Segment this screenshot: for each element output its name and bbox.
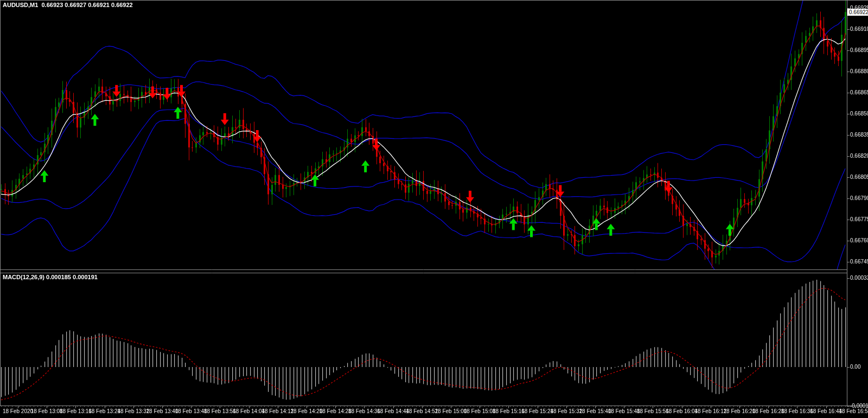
time-axis-label: 18 Feb 16:44 — [810, 408, 842, 415]
time-axis-label: 18 Feb 15:32 — [550, 408, 582, 415]
time-axis-label: 18 Feb 16:12 — [694, 408, 726, 415]
time-axis-label: 18 Feb 13:40 — [146, 408, 178, 415]
price-axis-tick-label: 0.66790 — [850, 195, 868, 202]
price-axis-tick-label: 0.66820 — [850, 153, 868, 159]
current-price-tag: 0.66922 — [847, 9, 868, 16]
macd-axis-tick-label: 0.000335 — [850, 275, 868, 281]
price-axis-tick-label: 0.66880 — [850, 68, 868, 75]
time-axis-label: 18 Feb 13:24 — [88, 408, 120, 415]
time-axis-label: 18 Feb 13:56 — [204, 408, 236, 415]
price-axis-tick-label: 0.66910 — [850, 26, 868, 33]
time-axis-label: 18 Feb 14:12 — [261, 408, 293, 415]
time-axis-label: 18 Feb 14:36 — [348, 408, 380, 415]
time-axis-label: 18 Feb 16:20 — [724, 408, 756, 415]
price-axis-tick-label: 0.66865 — [850, 89, 868, 96]
chart-canvas[interactable] — [0, 0, 868, 418]
time-axis-label: 18 Feb 16:28 — [752, 408, 784, 415]
time-axis-label: 18 Feb 16:36 — [781, 408, 813, 415]
price-axis-tick-label: 0.66835 — [850, 132, 868, 138]
time-axis-label: 18 Feb 14:04 — [233, 408, 265, 415]
time-axis-label: 18 Feb 13:08 — [31, 408, 63, 415]
time-axis-label: 18 Feb 13:48 — [175, 408, 207, 415]
time-axis-label: 18 Feb 16:04 — [666, 408, 698, 415]
time-axis-label: 18 Feb 14:52 — [406, 408, 438, 415]
price-axis-tick-label: 0.66775 — [850, 216, 868, 223]
macd-axis-tick-label: 0.00 — [850, 364, 860, 370]
time-axis-label: 18 Feb 13:32 — [117, 408, 149, 415]
time-axis-label: 18 Feb 15:16 — [493, 408, 525, 415]
time-axis-label: 18 Feb 15:08 — [464, 408, 496, 415]
mt4-chart-window: AUDUSD,M1 0.66923 0.66927 0.66921 0.6692… — [0, 0, 868, 418]
time-axis-label: 18 Feb 14:44 — [377, 408, 409, 415]
time-axis-label: 18 Feb 15:56 — [637, 408, 669, 415]
time-axis-label: 18 Feb 13:16 — [60, 408, 92, 415]
time-axis-label: 18 Feb 16:52 — [839, 408, 868, 415]
price-axis-tick-label: 0.66850 — [850, 111, 868, 117]
time-axis-label: 18 Feb 15:40 — [579, 408, 611, 415]
chart-title: AUDUSD,M1 0.66923 0.66927 0.66921 0.6692… — [3, 2, 133, 8]
time-axis-label: 18 Feb 15:24 — [521, 408, 553, 415]
time-axis-label: 18 Feb 15:48 — [608, 408, 640, 415]
time-axis-label: 18 Feb 14:20 — [291, 408, 323, 415]
macd-indicator-label: MACD(12,26,9) 0.000185 0.000191 — [3, 274, 98, 280]
price-axis-tick-label: 0.66760 — [850, 237, 868, 244]
price-axis-tick-label: 0.66745 — [850, 259, 868, 265]
time-axis-label: 18 Feb 14:28 — [320, 408, 352, 415]
time-axis-label: 18 Feb 15:00 — [435, 408, 467, 415]
price-axis-tick-label: 0.66805 — [850, 174, 868, 181]
time-axis-label: 18 Feb 2020 — [3, 408, 33, 415]
price-axis-tick-label: 0.66895 — [850, 47, 868, 54]
